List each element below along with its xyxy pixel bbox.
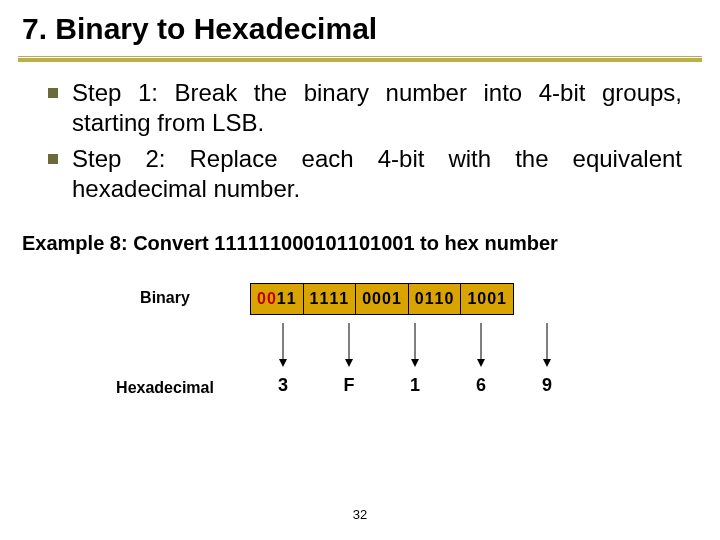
bullet-square-icon — [48, 88, 58, 98]
binary-cell: 0110 — [408, 284, 461, 315]
binary-cell: 0001 — [356, 284, 409, 315]
bullet-text: Step 2: Replace each 4-bit with the equi… — [72, 144, 682, 204]
svg-marker-9 — [543, 359, 551, 367]
hex-cell: 1 — [382, 375, 448, 396]
svg-marker-7 — [477, 359, 485, 367]
binary-label: Binary — [80, 283, 250, 307]
bits: 1001 — [467, 290, 507, 307]
hex-cell: 3 — [250, 375, 316, 396]
hex-cell: 6 — [448, 375, 514, 396]
arrow-down-icon — [514, 323, 580, 367]
pad-zero: 00 — [257, 290, 277, 307]
bullet-text: Step 1: Break the binary number into 4-b… — [72, 78, 682, 138]
svg-marker-1 — [279, 359, 287, 367]
bits: 0110 — [415, 290, 455, 307]
arrow-row — [0, 323, 720, 367]
binary-table: 0011 1111 0001 0110 1001 — [250, 283, 514, 315]
binary-cell: 1001 — [461, 284, 514, 315]
hex-label: Hexadecimal — [80, 373, 250, 397]
binary-cell: 0011 — [251, 284, 304, 315]
svg-marker-5 — [411, 359, 419, 367]
example-label: Example 8: Convert 111111000101101001 to… — [0, 210, 720, 255]
bullet-square-icon — [48, 154, 58, 164]
arrow-down-icon — [316, 323, 382, 367]
bullet-item: Step 1: Break the binary number into 4-b… — [48, 78, 682, 138]
binary-cell: 1111 — [303, 284, 356, 315]
page-number: 32 — [0, 507, 720, 522]
slide-title: 7. Binary to Hexadecimal — [22, 12, 698, 46]
svg-marker-3 — [345, 359, 353, 367]
arrow-down-icon — [250, 323, 316, 367]
hex-cell: F — [316, 375, 382, 396]
bits: 1111 — [310, 290, 350, 307]
arrow-down-icon — [448, 323, 514, 367]
bits: 11 — [277, 290, 297, 307]
hex-cell: 9 — [514, 375, 580, 396]
bullet-list: Step 1: Break the binary number into 4-b… — [0, 62, 720, 204]
binary-row: Binary 0011 1111 0001 0110 1001 — [0, 283, 720, 315]
bullet-item: Step 2: Replace each 4-bit with the equi… — [48, 144, 682, 204]
hex-row: Hexadecimal 3 F 1 6 9 — [0, 373, 720, 397]
arrow-down-icon — [382, 323, 448, 367]
bits: 0001 — [362, 290, 402, 307]
